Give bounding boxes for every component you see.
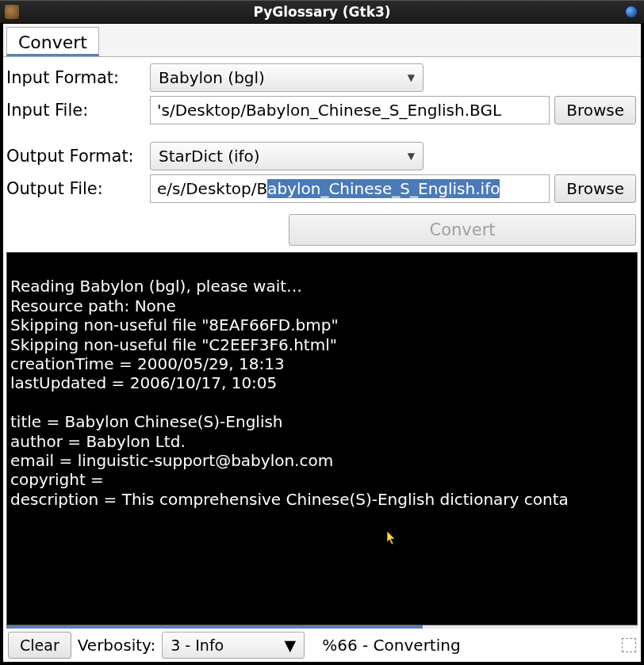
output-file-field[interactable]: e/s/Desktop/Babylon_Chinese_S_English.if… — [150, 174, 550, 203]
tab-bar: Convert — [3, 24, 641, 57]
chevron-down-icon: ▼ — [408, 72, 415, 83]
input-file-field[interactable]: 's/Desktop/Babylon_Chinese_S_English.BGL — [150, 96, 550, 124]
output-format-value: StarDict (ifo) — [159, 147, 260, 166]
titlebar: PyGlossary (Gtk3) — [0, 0, 644, 24]
spacer — [6, 128, 636, 139]
output-browse-button[interactable]: Browse — [554, 174, 636, 203]
output-format-combo[interactable]: StarDict (ifo) ▼ — [150, 142, 424, 170]
mouse-cursor-icon — [386, 530, 397, 546]
log-console[interactable]: Reading Babylon (bgl), please wait… Reso… — [6, 252, 638, 625]
window-title: PyGlossary (Gtk3) — [0, 4, 644, 20]
convert-form: Input Format: Babylon (bgl) ▼ Input File… — [3, 57, 641, 211]
output-format-row: Output Format: StarDict (ifo) ▼ — [6, 141, 636, 171]
convert-button[interactable]: Convert — [289, 214, 636, 246]
input-format-combo[interactable]: Babylon (bgl) ▼ — [150, 63, 424, 92]
convert-button-row: Convert — [3, 211, 641, 252]
status-bar: Clear Verbosity: 3 - Info ▼ %66 - Conver… — [3, 629, 641, 662]
verbosity-label: Verbosity: — [78, 636, 156, 655]
input-format-value: Babylon (bgl) — [159, 68, 265, 87]
tab-convert[interactable]: Convert — [6, 27, 99, 56]
input-format-row: Input Format: Babylon (bgl) ▼ — [6, 63, 636, 93]
resize-grip-icon[interactable] — [622, 638, 636, 652]
verbosity-value: 3 - Info — [171, 636, 224, 654]
output-file-label: Output File: — [6, 179, 145, 198]
output-file-prefix: e/s/Desktop/B — [157, 179, 267, 198]
verbosity-combo[interactable]: 3 - Info ▼ — [162, 632, 305, 659]
input-file-value: 's/Desktop/Babylon_Chinese_S_English.BGL — [157, 101, 501, 120]
app-body: Convert Input Format: Babylon (bgl) ▼ In… — [3, 24, 641, 662]
input-file-label: Input File: — [6, 101, 145, 120]
output-file-row: Output File: e/s/Desktop/Babylon_Chinese… — [6, 174, 636, 204]
chevron-down-icon: ▼ — [285, 636, 297, 654]
input-browse-button[interactable]: Browse — [554, 96, 636, 124]
progress-text: %66 - Converting — [322, 636, 460, 655]
output-file-selection: abylon_Chinese_S_English.ifo — [267, 179, 500, 198]
clear-button[interactable]: Clear — [8, 632, 71, 659]
input-format-label: Input Format: — [6, 68, 145, 87]
output-format-label: Output Format: — [6, 147, 145, 166]
chevron-down-icon: ▼ — [408, 151, 415, 162]
input-file-row: Input File: 's/Desktop/Babylon_Chinese_S… — [6, 95, 636, 125]
console-text: Reading Babylon (bgl), please wait… Reso… — [10, 277, 569, 508]
